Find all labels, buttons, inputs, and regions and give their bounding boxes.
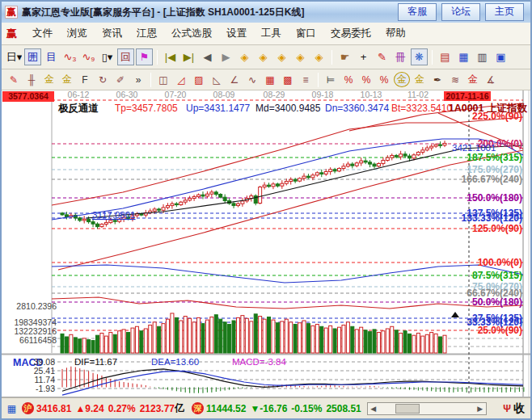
volume-bar bbox=[333, 329, 336, 353]
gold-circle-icon[interactable]: 金 bbox=[394, 72, 410, 87]
menu-item-3[interactable]: 江恩 bbox=[129, 24, 164, 43]
menu-item-2[interactable]: 资讯 bbox=[95, 24, 129, 43]
calendar-icon[interactable]: ▤ bbox=[437, 48, 454, 65]
titlebar-button-0[interactable]: 客服 bbox=[398, 3, 437, 21]
menu-item-1[interactable]: 浏览 bbox=[60, 24, 95, 43]
volume-bar bbox=[315, 325, 319, 353]
scrollbar-thumb[interactable] bbox=[395, 404, 420, 414]
shenzhen-market-icon[interactable]: 深 bbox=[192, 402, 204, 414]
volume-bar bbox=[298, 323, 302, 353]
measure-pen-icon[interactable]: ✐ bbox=[112, 72, 129, 87]
gold-levels-icon[interactable]: 金 bbox=[412, 72, 428, 87]
candle-body bbox=[179, 202, 183, 204]
shaded-box-icon[interactable]: ▨ bbox=[191, 72, 207, 87]
gann-level-label: 133.33%(120) bbox=[462, 212, 522, 224]
percent-levels-icon[interactable]: % bbox=[376, 72, 392, 87]
angle-line-icon[interactable]: ∠ bbox=[226, 72, 243, 87]
box-wave-icon[interactable]: 回 bbox=[117, 48, 134, 65]
percent-line-icon[interactable]: % bbox=[340, 72, 357, 87]
menu-item-5[interactable]: 设置 bbox=[219, 24, 254, 43]
chart-area[interactable]: 06-1206-3007-2008-0908-2909-1810-1311-02… bbox=[2, 90, 530, 397]
menu-item-9[interactable]: 帮助 bbox=[378, 24, 413, 43]
menu-logo-icon: 赢 bbox=[6, 27, 17, 41]
brush-icon[interactable]: ✎ bbox=[6, 72, 22, 87]
volume-bar bbox=[430, 333, 433, 353]
red-grid-1-icon[interactable]: ▦ bbox=[262, 72, 278, 87]
next-page-icon[interactable]: ▶ bbox=[217, 48, 234, 65]
scroll-right-icon[interactable]: ▶ bbox=[475, 403, 486, 414]
kline-period-icon[interactable]: 日▾ bbox=[6, 48, 23, 65]
scroll-left-icon[interactable]: ◀ bbox=[368, 403, 379, 414]
zoom-right-icon[interactable]: ◈ bbox=[236, 48, 253, 65]
save-icon[interactable]: ▣ bbox=[492, 48, 509, 65]
candle-body bbox=[302, 176, 306, 178]
date-tick-label: 06-30 bbox=[116, 90, 138, 99]
ink-pen-icon[interactable]: ✒ bbox=[429, 72, 445, 87]
volume-bar bbox=[65, 337, 68, 353]
candle-body bbox=[293, 179, 297, 181]
gann-level-label: 87.5%(315) bbox=[472, 270, 522, 281]
current-date-label: 2017-11-16 bbox=[445, 91, 488, 101]
menu-item-7[interactable]: 窗口 bbox=[289, 24, 323, 43]
kline-chart[interactable]: 06-1206-3007-2008-0908-2909-1810-1311-02… bbox=[2, 90, 530, 397]
crosshair-icon[interactable]: + bbox=[355, 48, 372, 65]
gold-line-icon[interactable]: 金 bbox=[465, 72, 481, 87]
volume-bar bbox=[184, 317, 187, 353]
draw-pen-icon[interactable]: ✎ bbox=[374, 48, 391, 65]
candle-body bbox=[241, 201, 244, 204]
volume-bar bbox=[276, 323, 279, 353]
volume-bar bbox=[342, 325, 345, 353]
volume-bar bbox=[74, 338, 77, 353]
more-tools-icon[interactable]: » bbox=[130, 72, 146, 87]
gold-grid-1-icon[interactable]: 金 bbox=[41, 72, 57, 87]
menu-item-8[interactable]: 交易委托 bbox=[323, 24, 378, 43]
ray-box-icon[interactable]: ◺ bbox=[209, 72, 225, 87]
titlebar-button-2[interactable]: 主页 bbox=[485, 3, 524, 21]
red-grid-2-icon[interactable]: ▩ bbox=[280, 72, 296, 87]
zoom-horizontal-icon[interactable]: ◈ bbox=[255, 48, 272, 65]
angle-percent-icon[interactable]: ∡ bbox=[483, 72, 499, 87]
percent-icon[interactable]: % bbox=[358, 72, 374, 87]
flag-marker-icon[interactable]: ⚑ bbox=[136, 48, 153, 65]
gann-tools-icon[interactable]: 囲 bbox=[24, 48, 41, 65]
horizontal-scrollbar[interactable]: ◀ ▶ bbox=[367, 402, 487, 415]
prev-page-icon[interactable]: ◀ bbox=[199, 48, 216, 65]
smart-analysis-icon[interactable]: ❋ bbox=[411, 48, 428, 65]
candle-body bbox=[65, 215, 68, 217]
gold-grid-2-icon[interactable]: 金 bbox=[59, 72, 75, 87]
titlebar-button-1[interactable]: 论坛 bbox=[441, 3, 480, 21]
box-tool-icon[interactable]: ◫ bbox=[155, 72, 171, 87]
formula-manager-icon[interactable]: 冊 bbox=[392, 48, 409, 65]
zoom-vertical-icon[interactable]: ◈ bbox=[310, 48, 327, 65]
candle-body bbox=[268, 185, 271, 187]
menu-item-0[interactable]: 文件 bbox=[25, 24, 60, 43]
date-tick-label: 11-02 bbox=[407, 90, 429, 99]
fibonacci-icon[interactable]: F bbox=[77, 72, 93, 87]
calculator-icon[interactable]: ▦ bbox=[455, 48, 472, 65]
candle-style-icon[interactable]: ▯▾ bbox=[99, 48, 116, 65]
spiral-icon[interactable]: ↻ bbox=[95, 72, 111, 87]
volume-bar bbox=[320, 326, 323, 353]
fan-lines-icon[interactable]: ◿ bbox=[173, 72, 189, 87]
grid-lines-icon[interactable]: ╫ bbox=[23, 72, 40, 87]
first-page-icon[interactable]: |◀ bbox=[162, 48, 179, 65]
menu-item-4[interactable]: 公式选股 bbox=[164, 24, 219, 43]
volume-bar bbox=[192, 322, 196, 353]
price-ruler-icon[interactable]: ⊨ bbox=[323, 72, 339, 87]
info-panel-icon[interactable]: 目 bbox=[43, 48, 60, 65]
wave-3-icon[interactable]: ∿₃ bbox=[61, 48, 78, 65]
volume-bar bbox=[140, 331, 143, 353]
shanghai-market-icon[interactable]: 沪 bbox=[22, 402, 34, 414]
wave-gold-icon[interactable]: ≋ bbox=[447, 72, 463, 87]
wave-9-icon[interactable]: ∿₉ bbox=[80, 48, 97, 65]
notes-icon[interactable]: ▥ bbox=[474, 48, 491, 65]
candle-body bbox=[298, 178, 302, 181]
market-grid-icon[interactable]: ▦ bbox=[6, 402, 18, 414]
last-page-icon[interactable]: ▶| bbox=[180, 48, 197, 65]
zoom-compress-icon[interactable]: ◈ bbox=[273, 48, 290, 65]
wave-line-icon[interactable]: ∿ bbox=[244, 72, 260, 87]
menu-item-6[interactable]: 工具 bbox=[254, 24, 289, 43]
pan-hand-icon[interactable]: ☛ bbox=[336, 48, 353, 65]
parallel-lines-icon[interactable]: ≡ bbox=[298, 72, 314, 87]
zoom-expand-icon[interactable]: ◈ bbox=[292, 48, 309, 65]
